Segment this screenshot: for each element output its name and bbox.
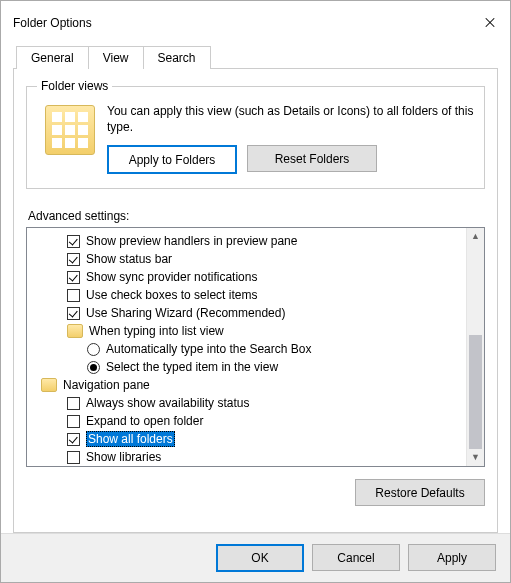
checkbox-icon[interactable] [67,271,80,284]
list-item-label: Show status bar [86,252,172,266]
checkbox-icon[interactable] [67,433,80,446]
radio-icon[interactable] [87,361,100,374]
folder-views-legend: Folder views [37,79,112,93]
list-item-label: Always show availability status [86,396,249,410]
list-item-label: Expand to open folder [86,414,203,428]
tab-general[interactable]: General [16,46,89,69]
list-item[interactable]: Automatically type into the Search Box [33,340,467,358]
restore-defaults-button[interactable]: Restore Defaults [355,479,485,506]
list-item[interactable]: Show all folders [33,430,467,448]
dialog-client: General View Search Folder views You can… [1,37,510,533]
list-item-label: Show all folders [86,431,175,447]
folder-icon [67,324,83,338]
list-item[interactable]: When typing into list view [33,322,467,340]
list-item-label: Use Sharing Wizard (Recommended) [86,306,285,320]
list-item-label: Show preview handlers in preview pane [86,234,297,248]
close-icon[interactable] [482,15,498,31]
checkbox-icon[interactable] [67,451,80,464]
apply-to-folders-button[interactable]: Apply to Folders [107,145,237,174]
folder-views-description: You can apply this view (such as Details… [107,103,474,135]
checkbox-icon[interactable] [67,397,80,410]
list-item-label: Show sync provider notifications [86,270,257,284]
list-item[interactable]: Expand to open folder [33,412,467,430]
list-item-label: Select the typed item in the view [106,360,278,374]
list-item[interactable]: Show libraries [33,448,467,466]
folder-views-group: Folder views You can apply this view (su… [26,79,485,189]
list-item[interactable]: Show sync provider notifications [33,268,467,286]
tab-view[interactable]: View [88,46,144,69]
list-item[interactable]: Use Sharing Wizard (Recommended) [33,304,467,322]
scroll-down-icon[interactable]: ▼ [471,449,480,466]
list-item[interactable]: Always show availability status [33,394,467,412]
checkbox-icon[interactable] [67,289,80,302]
scroll-thumb[interactable] [469,335,482,449]
dialog-button-row: OK Cancel Apply [1,533,510,582]
window-title: Folder Options [13,16,92,30]
list-item[interactable]: Show status bar [33,250,467,268]
list-item-label: Navigation pane [63,378,150,392]
scroll-up-icon[interactable]: ▲ [471,228,480,245]
tab-strip: General View Search [13,46,498,69]
list-item-label: When typing into list view [89,324,224,338]
scrollbar[interactable]: ▲ ▼ [466,228,484,466]
folder-icon [41,378,57,392]
list-item-label: Use check boxes to select items [86,288,257,302]
checkbox-icon[interactable] [67,235,80,248]
list-item-label: Show libraries [86,450,161,464]
reset-folders-button[interactable]: Reset Folders [247,145,377,172]
list-item[interactable]: Use check boxes to select items [33,286,467,304]
apply-button[interactable]: Apply [408,544,496,571]
list-item[interactable]: Show preview handlers in preview pane [33,232,467,250]
list-item-label: Automatically type into the Search Box [106,342,311,356]
checkbox-icon[interactable] [67,307,80,320]
advanced-settings-list[interactable]: Show preview handlers in preview paneSho… [26,227,485,467]
checkbox-icon[interactable] [67,415,80,428]
folder-icon [45,105,95,155]
list-item[interactable]: Navigation pane [33,376,467,394]
checkbox-icon[interactable] [67,253,80,266]
tab-search[interactable]: Search [143,46,211,69]
advanced-settings-label: Advanced settings: [28,209,485,223]
tab-page-view: Folder views You can apply this view (su… [13,68,498,533]
list-item[interactable]: Select the typed item in the view [33,358,467,376]
ok-button[interactable]: OK [216,544,304,572]
radio-icon[interactable] [87,343,100,356]
cancel-button[interactable]: Cancel [312,544,400,571]
titlebar: Folder Options [1,1,510,37]
scroll-track[interactable] [467,245,484,449]
